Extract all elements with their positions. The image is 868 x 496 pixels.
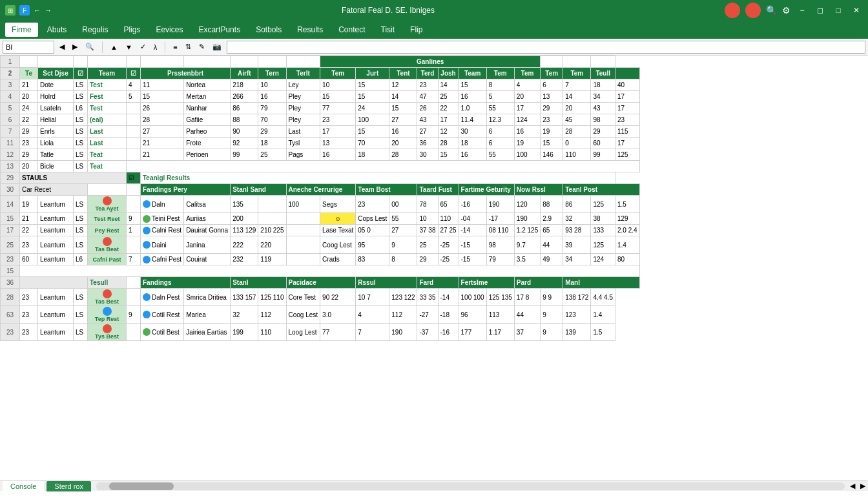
sheet-tab-console[interactable]: Console bbox=[3, 481, 44, 491]
cell[interactable]: 7 bbox=[356, 324, 389, 341]
cell[interactable] bbox=[258, 56, 286, 68]
cell[interactable]: 37 38 bbox=[417, 225, 438, 236]
cell[interactable]: 6 bbox=[486, 138, 514, 149]
cell-team[interactable]: Test Reet bbox=[88, 213, 127, 225]
cell[interactable]: Daln bbox=[141, 196, 184, 213]
cell[interactable]: Cafni Pest bbox=[141, 254, 184, 265]
cell[interactable]: Tatle bbox=[38, 149, 74, 161]
cell[interactable]: 39 bbox=[563, 236, 591, 254]
cell[interactable]: 190 bbox=[389, 324, 417, 341]
cell[interactable]: 14 bbox=[563, 91, 591, 103]
cell[interactable]: Nortea bbox=[184, 79, 231, 91]
cell[interactable] bbox=[74, 56, 88, 68]
cell[interactable]: 27 bbox=[141, 126, 184, 138]
cell[interactable]: 6 bbox=[541, 79, 563, 91]
tab-abuts[interactable]: Abuts bbox=[41, 23, 74, 37]
cell[interactable]: 113 129 bbox=[231, 225, 258, 236]
cell[interactable]: 23 bbox=[20, 324, 38, 341]
cell[interactable]: 13 bbox=[320, 138, 356, 149]
cell[interactable]: 1.17 bbox=[486, 324, 514, 341]
cell[interactable]: 86 bbox=[231, 103, 258, 114]
cell[interactable]: 45 bbox=[563, 114, 591, 126]
cell[interactable]: -16 bbox=[438, 324, 459, 341]
cell[interactable] bbox=[286, 213, 320, 225]
cell[interactable]: 4 bbox=[127, 79, 141, 91]
cell[interactable]: LS bbox=[74, 236, 88, 254]
cell[interactable]: 1.5 bbox=[591, 324, 615, 341]
cell[interactable]: 30 bbox=[459, 126, 486, 138]
cell[interactable]: Daini bbox=[141, 236, 184, 254]
cell[interactable]: Gafiie bbox=[184, 114, 231, 126]
cell[interactable]: Loog Lest bbox=[286, 324, 320, 341]
cell-team[interactable]: Test bbox=[88, 79, 127, 91]
cell[interactable]: Coog Lest bbox=[286, 306, 320, 324]
cell-team[interactable]: Last bbox=[88, 126, 127, 138]
cell[interactable]: Leantum bbox=[38, 254, 74, 265]
nav-forward[interactable]: → bbox=[45, 6, 52, 14]
cell[interactable]: 20 bbox=[389, 138, 417, 149]
cell[interactable]: Pley bbox=[286, 114, 320, 126]
cell[interactable]: LS bbox=[74, 306, 88, 324]
scrollbar-thumb[interactable] bbox=[109, 482, 174, 490]
cell[interactable]: Perioen bbox=[184, 149, 231, 161]
cell[interactable]: 110 bbox=[438, 213, 459, 225]
cell[interactable] bbox=[127, 103, 141, 114]
cell[interactable]: 88 bbox=[231, 114, 258, 126]
cell[interactable]: 125 110 bbox=[258, 289, 286, 306]
cell-team[interactable]: Tea Ayet bbox=[88, 196, 127, 213]
cell[interactable]: 17 bbox=[438, 114, 459, 126]
cell[interactable]: 123 122 bbox=[389, 289, 417, 306]
cell[interactable]: 100 bbox=[514, 149, 540, 161]
cell[interactable]: Smrica Dritiea bbox=[184, 289, 231, 306]
cell[interactable] bbox=[127, 236, 141, 254]
cell[interactable]: 25 bbox=[438, 91, 459, 103]
cell[interactable]: LS bbox=[74, 225, 88, 236]
cell[interactable]: 12 bbox=[438, 126, 459, 138]
cell[interactable]: 124 bbox=[591, 254, 615, 265]
lambda-icon[interactable]: λ bbox=[151, 43, 160, 51]
cell[interactable]: 60 bbox=[20, 254, 38, 265]
cell-team[interactable]: Test bbox=[88, 103, 127, 114]
cell[interactable]: 95 bbox=[356, 236, 389, 254]
cell[interactable]: 20 bbox=[20, 161, 38, 172]
cell[interactable]: 47 bbox=[417, 91, 438, 103]
cell[interactable]: 17 8 bbox=[514, 289, 540, 306]
minimize-button[interactable]: − bbox=[796, 4, 809, 17]
grid-container[interactable]: 1 Ganlines 2 Te Sct Djse bbox=[0, 56, 868, 480]
cell[interactable]: 190 bbox=[486, 196, 514, 213]
cell[interactable]: Parheo bbox=[184, 126, 231, 138]
cell[interactable]: 21 bbox=[141, 149, 184, 161]
cell[interactable]: 28 bbox=[438, 138, 459, 149]
cell[interactable]: 9 bbox=[127, 306, 141, 324]
cell[interactable]: 8 bbox=[486, 79, 514, 91]
cell[interactable]: 28 bbox=[141, 114, 184, 126]
cell[interactable]: 55 bbox=[486, 103, 514, 114]
cell[interactable]: 1.4 bbox=[591, 306, 615, 324]
cell[interactable]: -27 bbox=[417, 306, 438, 324]
cell[interactable]: 20 bbox=[20, 91, 38, 103]
nav-down-icon[interactable]: ▼ bbox=[123, 43, 135, 51]
cell[interactable]: 16 bbox=[459, 149, 486, 161]
cell[interactable]: 34 bbox=[591, 91, 615, 103]
cell[interactable]: 110 bbox=[258, 324, 286, 341]
cell[interactable]: 27 bbox=[389, 114, 417, 126]
cell[interactable]: 21 bbox=[141, 138, 184, 149]
cell[interactable]: 9 9 bbox=[541, 289, 563, 306]
cell[interactable]: 115 bbox=[615, 126, 639, 138]
cell[interactable]: 24 bbox=[20, 103, 38, 114]
cell[interactable]: 2.9 bbox=[541, 213, 563, 225]
cell[interactable]: Calitsa bbox=[184, 196, 231, 213]
cell[interactable]: 129 bbox=[615, 213, 639, 225]
cell[interactable]: 15 bbox=[459, 79, 486, 91]
cell[interactable]: 29 bbox=[20, 149, 38, 161]
cell[interactable]: 98 bbox=[486, 236, 514, 254]
cell[interactable]: 15 bbox=[356, 91, 389, 103]
cell[interactable]: -14 bbox=[438, 289, 459, 306]
cell[interactable]: 33 35 bbox=[417, 289, 438, 306]
cell[interactable]: 8 bbox=[389, 254, 417, 265]
cell[interactable]: 9 bbox=[541, 324, 563, 341]
cell[interactable]: 125 bbox=[591, 236, 615, 254]
cell[interactable]: 27 bbox=[389, 225, 417, 236]
cell[interactable]: Pley bbox=[286, 91, 320, 103]
cell[interactable]: 80 bbox=[615, 254, 639, 265]
